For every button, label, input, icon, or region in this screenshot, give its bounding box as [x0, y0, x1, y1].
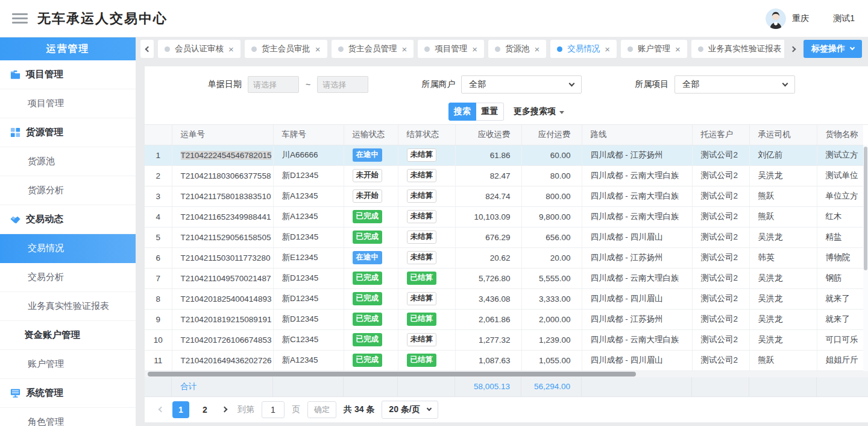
cell-payable: 1,239.00: [521, 329, 582, 350]
sidebar-group-交易动态[interactable]: 交易动态: [0, 205, 136, 234]
cell-plate: 新D12345: [273, 268, 344, 288]
tab-dot-icon: [165, 46, 170, 52]
vertical-scrollbar-thumb[interactable]: [864, 147, 867, 270]
cell-transport-status: 已完成: [344, 309, 398, 329]
settle-status-badge: 未结算: [407, 148, 437, 162]
sidebar-group-资金账户管理[interactable]: 资金账户管理: [0, 321, 136, 350]
table-row[interactable]: 1 T2104222454546782015 川A66666 在途中 未结算 6…: [145, 145, 863, 165]
tab-close-icon[interactable]: ×: [472, 45, 477, 54]
supply-icon: [9, 127, 21, 139]
search-button[interactable]: 搜索: [448, 103, 476, 121]
cell-waybill: T2104201649436202726: [172, 350, 273, 370]
date-start-input[interactable]: [248, 76, 299, 93]
tab-close-icon[interactable]: ×: [315, 45, 321, 54]
tab-close-icon[interactable]: ×: [675, 45, 681, 54]
table-row[interactable]: 7 T2104211049570021487 新D12345 已完成 已结算 5…: [145, 268, 863, 288]
tabs-list: 会员认证审核 × 货主会员审批 × 货主会员管理 × 项目管理 × 货源池 × …: [158, 40, 784, 58]
cell-driver: 吴洪龙: [749, 268, 817, 288]
cell-transport-status: 已完成: [344, 329, 398, 350]
cell-waybill: T2104201825400414893: [172, 288, 273, 309]
waybill-text: T2104201819215089191: [181, 315, 272, 324]
table-row[interactable]: 4 T2104211652349988441 新A12345 已完成 未结算 1…: [145, 206, 863, 227]
project-select[interactable]: 全部: [675, 75, 795, 94]
cell-route: 四川成都 - 云南大理白族: [582, 329, 692, 350]
table-row[interactable]: 5 T2104211529056158505 新D12345 已完成 未结算 6…: [145, 227, 863, 247]
cell-waybill: T2104211529056158505: [172, 227, 273, 247]
filter-row-1: 单据日期 ~ 所属商户 全部 所属项目 全部: [145, 75, 868, 94]
tab-close-icon[interactable]: ×: [535, 45, 540, 54]
cell-route: 四川成都 - 云南大理白族: [582, 206, 692, 227]
prev-page-button[interactable]: [156, 407, 165, 412]
table-row[interactable]: 2 T2104211803066377558 新D12345 未开始 未结算 8…: [145, 165, 863, 186]
merchant-select[interactable]: 全部: [461, 75, 582, 94]
sidebar-item-业务真实性验证报表[interactable]: 业务真实性验证报表: [0, 292, 136, 321]
waybill-text: T2104201825400414893: [181, 294, 272, 304]
merchant-label: 所属商户: [421, 79, 455, 90]
tab-会员认证审核[interactable]: 会员认证审核 ×: [158, 40, 241, 58]
tab-项目管理[interactable]: 项目管理 ×: [418, 40, 484, 58]
cell-customer: 测试公司2: [692, 247, 749, 268]
page-button-2[interactable]: 2: [197, 401, 213, 418]
waybill-text: T2104201649436202726: [181, 356, 272, 365]
tabs-scroll-left-button[interactable]: [140, 40, 154, 58]
sidebar-item-货源池[interactable]: 货源池: [0, 147, 136, 176]
sidebar-group-货源管理[interactable]: 货源管理: [0, 118, 136, 147]
settle-status-badge: 未结算: [407, 333, 437, 346]
cell-settle-status: 未结算: [398, 247, 455, 268]
sidebar-item-项目管理[interactable]: 项目管理: [0, 89, 136, 118]
sidebar-group-项目管理[interactable]: 项目管理: [0, 60, 136, 89]
page-size-select[interactable]: 20 条/页: [382, 401, 438, 419]
next-page-button[interactable]: [221, 407, 230, 412]
tab-close-icon[interactable]: ×: [605, 45, 610, 54]
tab-货主会员审批[interactable]: 货主会员审批 ×: [245, 40, 327, 58]
username-label[interactable]: 测试1: [833, 13, 855, 24]
table-row[interactable]: 10 T2104201726106674853 新C12345 已完成 未结算 …: [145, 329, 863, 350]
settle-status-badge: 已结算: [407, 354, 437, 367]
sidebar-item-货源分析[interactable]: 货源分析: [0, 176, 136, 205]
table-row[interactable]: 9 T2104201819215089191 新D12345 已完成 已结算 2…: [145, 309, 863, 329]
cell-receivable: 1,087.63: [455, 350, 521, 370]
table-row[interactable]: 3 T2104211758018383510 新A12345 未开始 未结算 8…: [145, 186, 863, 206]
hamburger-menu-icon[interactable]: [12, 11, 28, 26]
tab-close-icon[interactable]: ×: [402, 45, 407, 54]
table-row[interactable]: 6 T2104211503011773280 新E12345 在途中 未结算 2…: [145, 247, 863, 268]
more-filters-toggle[interactable]: 更多搜索项: [514, 106, 564, 117]
tabs-scroll-right-button[interactable]: [788, 47, 799, 51]
table-row[interactable]: 11 T2104201649436202726 新A12345 已完成 已结算 …: [145, 350, 863, 370]
sidebar-item-交易分析[interactable]: 交易分析: [0, 263, 136, 292]
waybill-text: T2104211652349988441: [181, 212, 271, 221]
waybill-text: T2104211803066377558: [181, 171, 271, 180]
sidebar-item-角色管理[interactable]: 角色管理: [0, 408, 136, 426]
cell-customer: 测试公司2: [692, 186, 749, 206]
goto-confirm-button[interactable]: 确定: [307, 401, 336, 418]
tab-业务真实性验证报表[interactable]: 业务真实性验证报表 ×: [691, 40, 784, 58]
cell-driver: 吴洪龙: [749, 227, 817, 247]
tab-交易情况[interactable]: 交易情况 ×: [550, 40, 617, 58]
tab-货主会员管理[interactable]: 货主会员管理 ×: [332, 40, 414, 58]
page-button-1[interactable]: 1: [172, 401, 189, 418]
sidebar-item-交易情况[interactable]: 交易情况: [0, 234, 136, 263]
sidebar-item-账户管理[interactable]: 账户管理: [0, 350, 136, 379]
goto-page-input[interactable]: [262, 401, 285, 418]
tab-货源池[interactable]: 货源池 ×: [488, 40, 546, 58]
user-avatar[interactable]: [766, 8, 786, 29]
vertical-scrollbar[interactable]: [863, 145, 868, 371]
date-end-input[interactable]: [317, 76, 368, 93]
transport-status-badge: 未开始: [353, 189, 383, 203]
chevron-right-icon: [790, 46, 796, 52]
horizontal-scrollbar[interactable]: [145, 371, 868, 377]
date-range-separator: ~: [306, 80, 310, 89]
tag-operations-button[interactable]: 标签操作: [804, 40, 862, 58]
cell-waybill: T2104222454546782015: [172, 145, 273, 165]
sidebar-group-系统管理[interactable]: 系统管理: [0, 379, 136, 408]
cell-payable: 1,055.00: [521, 350, 582, 370]
reset-button[interactable]: 重置: [476, 103, 504, 121]
cell-customer: 测试公司2: [692, 145, 749, 165]
tab-close-icon[interactable]: ×: [228, 45, 234, 54]
table-row[interactable]: 8 T2104201825400414893 新D12345 已完成 未结算 3…: [145, 288, 863, 309]
settle-status-badge: 未结算: [407, 210, 437, 223]
tab-账户管理[interactable]: 账户管理 ×: [621, 40, 687, 58]
horizontal-scrollbar-thumb[interactable]: [148, 372, 636, 377]
trade-icon: [9, 214, 21, 226]
cell-goods: 单位立方: [817, 186, 863, 206]
